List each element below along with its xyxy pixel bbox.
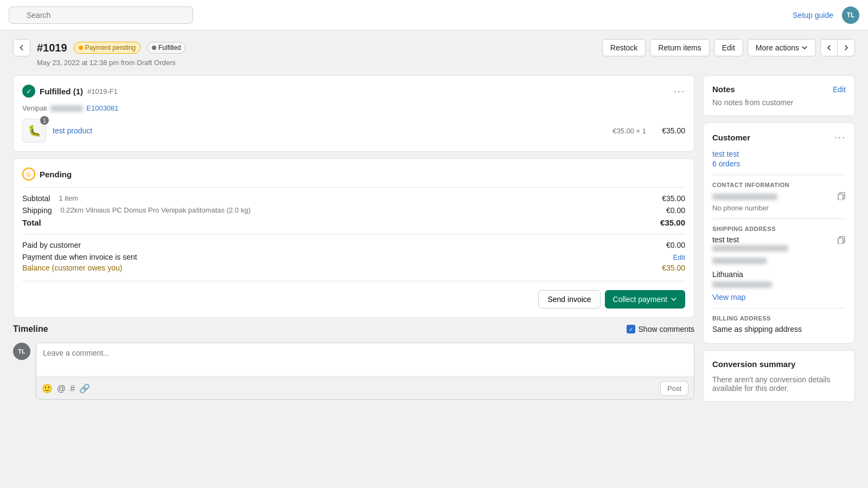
paid-value: €0.00 xyxy=(666,241,685,249)
payment-due-edit-link[interactable]: Edit xyxy=(673,253,685,261)
pending-card: ◎ Pending Subtotal 1 item €35.00 Shippin… xyxy=(13,158,694,318)
pending-title: Pending xyxy=(40,170,72,179)
notes-header: Notes Edit xyxy=(712,85,846,94)
billing-address-label: BILLING ADDRESS xyxy=(712,315,846,322)
shipping-desc: 0.22km Vilniaus PC Domus Pro Venipak paš… xyxy=(61,206,666,215)
contact-email-blur xyxy=(712,194,777,200)
subtotal-value: €35.00 xyxy=(662,194,685,203)
back-button[interactable] xyxy=(13,39,30,56)
total-value: €35.00 xyxy=(660,218,685,227)
notes-content: No notes from customer xyxy=(712,98,793,107)
product-total: €35.00 xyxy=(653,126,685,135)
tracking-blur xyxy=(50,105,83,112)
comment-box: 🙂 @ # 🔗 Post xyxy=(36,343,694,400)
contact-row xyxy=(712,191,846,202)
next-order-button[interactable] xyxy=(838,39,855,56)
show-comments-row: ✓ Show comments xyxy=(627,325,694,333)
restock-button[interactable]: Restock xyxy=(602,39,646,56)
search-input[interactable] xyxy=(9,7,193,24)
mention-icon[interactable]: @ xyxy=(57,384,66,394)
carrier-name: Venipak xyxy=(22,104,47,112)
show-comments-checkbox[interactable]: ✓ xyxy=(627,325,635,333)
shipping-row: Shipping 0.22km Vilniaus PC Domus Pro Ve… xyxy=(22,206,685,215)
contact-info-label: CONTACT INFORMATION xyxy=(712,182,846,188)
copy-email-icon[interactable] xyxy=(837,191,846,202)
customer-name-link[interactable]: test test xyxy=(712,150,846,158)
fulfilled-card: ✓ Fulfilled (1) #1019-F1 ··· Venipak E10… xyxy=(13,75,694,152)
link-icon[interactable]: 🔗 xyxy=(79,383,90,394)
timeline-section: Timeline ✓ Show comments TL 🙂 @ # xyxy=(13,324,694,400)
fulfilled-title: Fulfilled (1) xyxy=(40,87,83,96)
comment-toolbar: 🙂 @ # 🔗 Post xyxy=(36,377,694,399)
total-label: Total xyxy=(22,218,41,227)
main-layout: ✓ Fulfilled (1) #1019-F1 ··· Venipak E10… xyxy=(13,75,855,402)
setup-guide-link[interactable]: Setup guide xyxy=(793,11,833,20)
user-avatar[interactable]: TL xyxy=(842,7,859,24)
total-row: Total €35.00 xyxy=(22,218,685,227)
payment-section: Paid by customer €0.00 Payment due when … xyxy=(22,234,685,272)
notes-title: Notes xyxy=(712,85,735,94)
balance-value: €35.00 xyxy=(662,264,685,272)
shipping-address-label: SHIPPING ADDRESS xyxy=(712,226,846,232)
svg-rect-4 xyxy=(838,194,843,200)
tracking-link[interactable]: E1003081 xyxy=(86,104,118,112)
pending-card-header: ◎ Pending xyxy=(22,168,685,181)
customer-card: Customer ··· test test 6 orders CONTACT … xyxy=(703,123,855,344)
comment-input[interactable] xyxy=(36,343,694,376)
product-link[interactable]: test product xyxy=(53,126,606,135)
customer-more-button[interactable]: ··· xyxy=(834,132,846,143)
paid-label: Paid by customer xyxy=(22,241,81,249)
customer-title: Customer xyxy=(712,133,750,142)
fulfilled-ref: #1019-F1 xyxy=(87,87,118,95)
hashtag-icon[interactable]: # xyxy=(70,384,75,394)
post-button[interactable]: Post xyxy=(660,381,688,396)
shipping-city-blur xyxy=(712,258,767,264)
show-comments-label: Show comments xyxy=(639,325,694,333)
order-subtitle: May 23, 2022 at 12:38 pm from Draft Orde… xyxy=(37,59,855,67)
fulfilled-title-row: ✓ Fulfilled (1) #1019-F1 xyxy=(22,85,118,98)
collect-payment-button[interactable]: Collect payment xyxy=(605,290,685,309)
conversion-text: There aren't any conversion details avai… xyxy=(712,375,846,393)
svg-rect-6 xyxy=(838,238,843,244)
line-items: Subtotal 1 item €35.00 Shipping 0.22km V… xyxy=(22,187,685,227)
return-items-button[interactable]: Return items xyxy=(650,39,709,56)
conversion-title: Conversion summary xyxy=(712,359,795,369)
shipping-street-blur xyxy=(712,245,788,252)
copy-address-icon[interactable] xyxy=(837,235,846,246)
payment-badge: Payment pending xyxy=(74,42,141,54)
right-column: Notes Edit No notes from customer Custom… xyxy=(703,75,855,402)
product-quantity-badge: 1 xyxy=(40,116,49,125)
balance-label: Balance (customer owes you) xyxy=(22,264,122,272)
pending-icon: ◎ xyxy=(22,168,35,181)
send-invoice-button[interactable]: Send invoice xyxy=(538,290,600,309)
balance-row: Balance (customer owes you) €35.00 xyxy=(22,264,685,272)
nav-arrows xyxy=(820,39,855,56)
order-number: #1019 xyxy=(37,42,67,54)
notes-edit-link[interactable]: Edit xyxy=(833,85,846,94)
conversion-card: Conversion summary There aren't any conv… xyxy=(703,350,855,402)
search-wrapper xyxy=(9,7,193,24)
product-row: 🐛 1 test product €35.00 × 1 €35.00 xyxy=(22,119,685,143)
conversion-header: Conversion summary xyxy=(712,359,846,369)
customer-header: Customer ··· xyxy=(712,132,846,143)
fulfilled-icon: ✓ xyxy=(22,85,35,98)
top-bar: Setup guide TL xyxy=(0,0,868,30)
card-actions: Send invoice Collect payment xyxy=(22,281,685,309)
emoji-icon[interactable]: 🙂 xyxy=(42,383,53,394)
more-actions-button[interactable]: More actions xyxy=(748,39,816,56)
tracking-row: Venipak E1003081 xyxy=(22,104,685,112)
subtotal-label: Subtotal xyxy=(22,194,50,203)
shipping-country: Lithuania xyxy=(712,270,788,279)
edit-button[interactable]: Edit xyxy=(714,39,743,56)
commenter-avatar: TL xyxy=(13,343,30,360)
header-actions: Restock Return items Edit More actions xyxy=(602,39,855,56)
notes-card: Notes Edit No notes from customer xyxy=(703,75,855,116)
view-map-link[interactable]: View map xyxy=(712,293,846,301)
shipping-phone-blur xyxy=(712,281,772,288)
shipping-value: €0.00 xyxy=(666,206,685,215)
product-price: €35.00 × 1 xyxy=(612,127,646,135)
fulfilled-more-button[interactable]: ··· xyxy=(674,86,685,97)
customer-orders-link[interactable]: 6 orders xyxy=(712,159,740,168)
prev-order-button[interactable] xyxy=(820,39,838,56)
top-right: Setup guide TL xyxy=(793,7,859,24)
